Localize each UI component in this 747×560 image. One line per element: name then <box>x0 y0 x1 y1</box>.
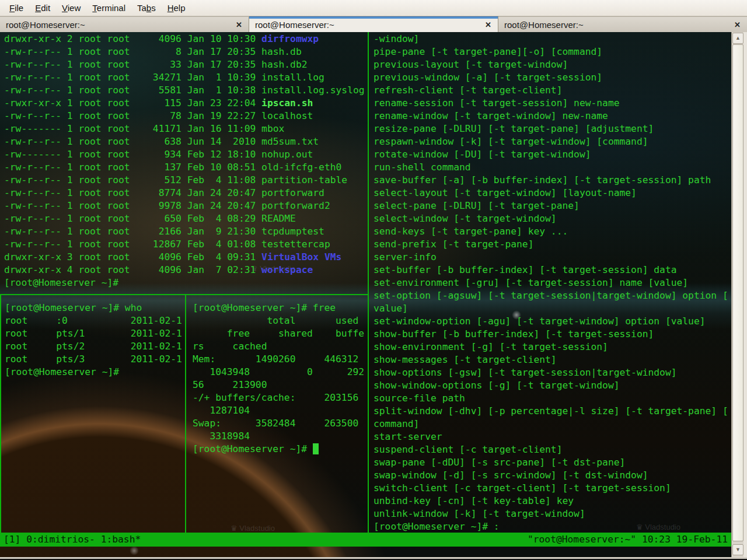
menubar: FileEditViewTerminalTabsHelp <box>0 0 747 16</box>
terminal-line: server-info <box>374 251 731 264</box>
terminal-line: -rw-r--r-- 1 root root 34271 Jan 1 10:39… <box>4 71 367 84</box>
terminal-line: send-prefix [-t target-pane] <box>374 238 731 251</box>
terminal-line: -rw------- 1 root root 934 Feb 12 18:10 … <box>4 148 367 161</box>
terminal-line: [root@Homeserver ~]# who <box>5 302 181 314</box>
terminal-line: -rw-r--r-- 1 root root 2166 Jan 9 21:30 … <box>4 225 367 238</box>
terminal-line: source-file path <box>374 392 731 405</box>
pane-border-vertical-bottom[interactable] <box>185 295 186 533</box>
pane-free-output[interactable]: [root@Homeserver ~]# free total used fre… <box>193 302 365 456</box>
terminal-line: root pts/2 2011-02-1 <box>5 340 181 353</box>
terminal-line: [root@Homeserver ~]# <box>4 276 367 289</box>
terminal-line: switch-client [-c target-client] [-t tar… <box>374 482 731 495</box>
terminal-line: drwxr-xr-x 2 root root 4096 Jan 10 10:30… <box>4 33 367 46</box>
terminal-line: pipe-pane [-t target-pane][-o] [command] <box>374 46 731 58</box>
terminal-line: -rw-r--r-- 1 root root 33 Jan 17 20:35 h… <box>4 58 367 71</box>
terminal-line: set-window-option [-agu] [-t target-wind… <box>374 315 731 328</box>
terminal-line: save-buffer [-a] [-b buffer-index] [-t t… <box>374 174 731 187</box>
tab-bar: root@Homeserver:~✕root@Homeserver:~✕root… <box>0 16 747 32</box>
tab-1[interactable]: root@Homeserver:~✕ <box>0 16 249 32</box>
pane-ls-output[interactable]: drwxr-xr-x 2 root root 4096 Jan 10 10:30… <box>4 33 367 289</box>
tab-title: root@Homeserver:~ <box>255 20 482 30</box>
terminal-line: [root@Homeserver ~]# <box>5 366 181 379</box>
terminal-line: 56 213900 <box>193 379 365 391</box>
menu-help[interactable]: Help <box>162 1 191 15</box>
terminal-line: Mem: 1490260 446312 <box>193 353 365 366</box>
terminal-line: unlink-window [-k] [-t target-window] <box>374 508 731 520</box>
terminal-line: rename-window [-t target-window] new-nam… <box>374 110 731 123</box>
terminal-line: rs cached <box>193 340 365 353</box>
terminal-line: show-buffer [-b buffer-index] [-t target… <box>374 328 731 341</box>
tmux-session-windows[interactable]: [1] 0:dimitrios- 1:bash* <box>4 533 141 547</box>
terminal-line: 3318984 <box>193 430 365 443</box>
terminal-line: value] <box>374 302 731 315</box>
terminal-line: -rw-r--r-- 1 root root 5581 Jan 1 10:38 … <box>4 84 367 97</box>
menu-tabs[interactable]: Tabs <box>131 1 162 15</box>
terminal-line: show-options [-gsw] [-t target-session|t… <box>374 366 731 379</box>
scrollbar[interactable]: ▲ ▼ <box>731 32 743 557</box>
terminal-line: run-shell command <box>374 161 731 174</box>
pane-border-vertical-main[interactable] <box>368 32 369 533</box>
terminal-line: [root@Homeserver ~]# <box>193 443 365 456</box>
pane-tmux-help[interactable]: -window]pipe-pane [-t target-pane][-o] [… <box>374 33 731 533</box>
tab-close-icon[interactable]: ✕ <box>233 20 245 29</box>
tab-title: root@Homeserver:~ <box>6 20 233 30</box>
terminal-line: root :0 2011-02-1 <box>5 314 181 327</box>
terminal-line: resize-pane [-DLRU] [-t target-pane] [ad… <box>374 123 731 135</box>
terminal-line: rotate-window [-DU] [-t target-window] <box>374 148 731 161</box>
menu-terminal[interactable]: Terminal <box>86 1 131 15</box>
terminal-line: root pts/1 2011-02-1 <box>5 327 181 340</box>
terminal-line: command] <box>374 418 731 430</box>
terminal-line: show-environment [-g] [-t target-session… <box>374 341 731 354</box>
terminal-line: -rw-r--r-- 1 root root 512 Feb 4 11:08 p… <box>4 174 367 187</box>
terminal-content[interactable]: ♛ Vladstudio ♛ Vladstudio ♛ Vladstudio d… <box>0 32 731 557</box>
terminal-line: set-environment [-gru] [-t target-sessio… <box>374 276 731 289</box>
wallpaper-watermark: ♛ Vladstudio <box>231 524 275 533</box>
menu-file[interactable]: File <box>4 1 29 15</box>
terminal-line: Swap: 3582484 263500 <box>193 417 365 430</box>
menu-view[interactable]: View <box>56 1 86 15</box>
terminal-line: 1043948 0 292 <box>193 366 365 379</box>
terminal-line: select-window [-t target-window] <box>374 212 731 225</box>
terminal-line: [root@Homeserver ~]# : <box>374 520 731 533</box>
window-border-right <box>743 32 747 557</box>
terminal-line: show-messages [-t target-client] <box>374 354 731 366</box>
terminal-line: -rw-r--r-- 1 root root 78 Jan 19 22:27 l… <box>4 110 367 123</box>
terminal-line: -rw-r--r-- 1 root root 650 Feb 4 08:29 R… <box>4 212 367 225</box>
terminal-line: respawn-window [-k] [-t target-window] [… <box>374 135 731 148</box>
terminal-line: -window] <box>374 33 731 46</box>
terminal-line: select-layout [-t target-window] [layout… <box>374 187 731 200</box>
terminal-line: show-window-options [-g] [-t target-wind… <box>374 379 731 392</box>
terminal-line: select-pane [-DLRU] [-t target-pane] <box>374 200 731 212</box>
terminal-line: unbind-key [-cn] [-t key-table] key <box>374 495 731 508</box>
terminal-line: -rw-r--r-- 1 root root 638 Jun 14 2010 m… <box>4 135 367 148</box>
terminal-line: total used <box>193 314 365 327</box>
terminal-line: suspend-client [-c target-client] <box>374 443 731 456</box>
terminal-line: previous-layout [-t target-window] <box>374 58 731 71</box>
scrollbar-thumb[interactable] <box>732 44 743 541</box>
tab-3[interactable]: root@Homeserver:~✕ <box>498 16 747 32</box>
pane-border-horizontal[interactable] <box>0 294 369 295</box>
terminal-line: drwxr-xr-x 4 root root 4096 Jan 7 02:31 … <box>4 264 367 276</box>
pane-border-left-edge <box>0 295 1 533</box>
terminal-line: 1287104 <box>193 404 365 417</box>
terminal-line: swap-pane [-dDU] [-s src-pane] [-t dst-p… <box>374 456 731 469</box>
tab-title: root@Homeserver:~ <box>504 20 731 30</box>
menu-edit[interactable]: Edit <box>29 1 56 15</box>
terminal-line: [root@Homeserver ~]# free <box>193 302 365 314</box>
pane-who-output[interactable]: [root@Homeserver ~]# whoroot :0 2011-02-… <box>5 302 181 379</box>
terminal-line: start-server <box>374 430 731 443</box>
terminal-line: -rw-r--r-- 1 root root 8 Jan 17 20:35 ha… <box>4 46 367 58</box>
terminal-line: set-option [-agsuw] [-t target-session|t… <box>374 289 731 302</box>
terminal-line: -rw-r--r-- 1 root root 12867 Feb 4 01:08… <box>4 238 367 251</box>
terminal-line: -rw-r--r-- 1 root root 8774 Jan 24 20:47… <box>4 187 367 200</box>
tab-close-icon[interactable]: ✕ <box>482 20 494 29</box>
tab-2[interactable]: root@Homeserver:~✕ <box>249 16 498 32</box>
terminal-line: -rw-r--r-- 1 root root 9978 Jan 24 20:47… <box>4 200 367 212</box>
terminal-line: send-keys [-t target-pane] key ... <box>374 225 731 238</box>
scrollbar-down-icon[interactable]: ▼ <box>732 544 743 555</box>
scrollbar-up-icon[interactable]: ▲ <box>732 33 743 44</box>
terminal-line: root pts/3 2011-02-1 <box>5 353 181 366</box>
tab-close-icon[interactable]: ✕ <box>731 20 743 29</box>
terminal-line: free shared buffe <box>193 327 365 340</box>
terminal-window: FileEditViewTerminalTabsHelp root@Homese… <box>0 0 747 560</box>
